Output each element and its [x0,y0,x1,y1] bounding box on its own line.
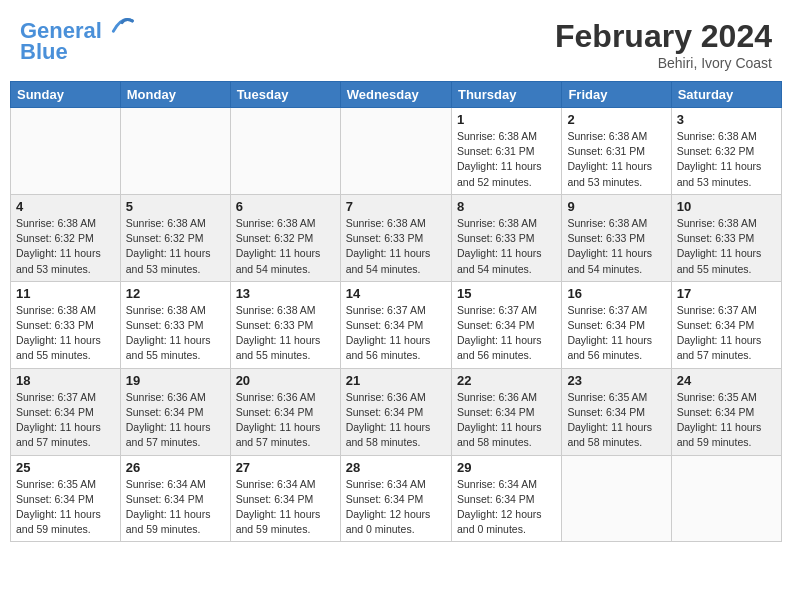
calendar-cell: 28Sunrise: 6:34 AMSunset: 6:34 PMDayligh… [340,455,451,542]
calendar-week-5: 25Sunrise: 6:35 AMSunset: 6:34 PMDayligh… [11,455,782,542]
day-number: 19 [126,373,225,388]
calendar-cell: 24Sunrise: 6:35 AMSunset: 6:34 PMDayligh… [671,368,781,455]
calendar-week-1: 1Sunrise: 6:38 AMSunset: 6:31 PMDaylight… [11,108,782,195]
calendar-cell: 25Sunrise: 6:35 AMSunset: 6:34 PMDayligh… [11,455,121,542]
calendar-cell: 23Sunrise: 6:35 AMSunset: 6:34 PMDayligh… [562,368,671,455]
calendar-cell: 12Sunrise: 6:38 AMSunset: 6:33 PMDayligh… [120,281,230,368]
day-info: Sunrise: 6:36 AMSunset: 6:34 PMDaylight:… [346,390,446,451]
calendar-cell: 3Sunrise: 6:38 AMSunset: 6:32 PMDaylight… [671,108,781,195]
calendar-cell: 4Sunrise: 6:38 AMSunset: 6:32 PMDaylight… [11,194,121,281]
weekday-header-wednesday: Wednesday [340,82,451,108]
day-info: Sunrise: 6:37 AMSunset: 6:34 PMDaylight:… [346,303,446,364]
day-number: 13 [236,286,335,301]
location: Behiri, Ivory Coast [555,55,772,71]
day-info: Sunrise: 6:38 AMSunset: 6:33 PMDaylight:… [346,216,446,277]
day-number: 29 [457,460,556,475]
day-number: 27 [236,460,335,475]
calendar-cell: 17Sunrise: 6:37 AMSunset: 6:34 PMDayligh… [671,281,781,368]
calendar-cell: 9Sunrise: 6:38 AMSunset: 6:33 PMDaylight… [562,194,671,281]
day-number: 7 [346,199,446,214]
day-number: 20 [236,373,335,388]
day-number: 24 [677,373,776,388]
calendar-cell: 14Sunrise: 6:37 AMSunset: 6:34 PMDayligh… [340,281,451,368]
day-info: Sunrise: 6:37 AMSunset: 6:34 PMDaylight:… [457,303,556,364]
calendar-cell: 29Sunrise: 6:34 AMSunset: 6:34 PMDayligh… [451,455,561,542]
day-info: Sunrise: 6:34 AMSunset: 6:34 PMDaylight:… [236,477,335,538]
day-info: Sunrise: 6:37 AMSunset: 6:34 PMDaylight:… [16,390,115,451]
day-number: 22 [457,373,556,388]
day-info: Sunrise: 6:34 AMSunset: 6:34 PMDaylight:… [346,477,446,538]
day-info: Sunrise: 6:36 AMSunset: 6:34 PMDaylight:… [126,390,225,451]
calendar-cell: 16Sunrise: 6:37 AMSunset: 6:34 PMDayligh… [562,281,671,368]
calendar-week-4: 18Sunrise: 6:37 AMSunset: 6:34 PMDayligh… [11,368,782,455]
calendar-cell: 20Sunrise: 6:36 AMSunset: 6:34 PMDayligh… [230,368,340,455]
day-info: Sunrise: 6:34 AMSunset: 6:34 PMDaylight:… [126,477,225,538]
calendar-cell: 22Sunrise: 6:36 AMSunset: 6:34 PMDayligh… [451,368,561,455]
calendar-cell: 19Sunrise: 6:36 AMSunset: 6:34 PMDayligh… [120,368,230,455]
weekday-header-tuesday: Tuesday [230,82,340,108]
calendar-cell: 18Sunrise: 6:37 AMSunset: 6:34 PMDayligh… [11,368,121,455]
day-number: 26 [126,460,225,475]
calendar-cell: 2Sunrise: 6:38 AMSunset: 6:31 PMDaylight… [562,108,671,195]
day-number: 2 [567,112,665,127]
calendar-cell [671,455,781,542]
day-number: 15 [457,286,556,301]
day-info: Sunrise: 6:36 AMSunset: 6:34 PMDaylight:… [236,390,335,451]
calendar-cell: 1Sunrise: 6:38 AMSunset: 6:31 PMDaylight… [451,108,561,195]
calendar-week-2: 4Sunrise: 6:38 AMSunset: 6:32 PMDaylight… [11,194,782,281]
day-info: Sunrise: 6:37 AMSunset: 6:34 PMDaylight:… [567,303,665,364]
day-number: 10 [677,199,776,214]
calendar-cell [120,108,230,195]
day-number: 4 [16,199,115,214]
day-info: Sunrise: 6:38 AMSunset: 6:32 PMDaylight:… [16,216,115,277]
calendar-cell: 27Sunrise: 6:34 AMSunset: 6:34 PMDayligh… [230,455,340,542]
day-number: 23 [567,373,665,388]
day-info: Sunrise: 6:35 AMSunset: 6:34 PMDaylight:… [16,477,115,538]
day-info: Sunrise: 6:38 AMSunset: 6:33 PMDaylight:… [677,216,776,277]
weekday-header-thursday: Thursday [451,82,561,108]
day-info: Sunrise: 6:37 AMSunset: 6:34 PMDaylight:… [677,303,776,364]
calendar-cell: 26Sunrise: 6:34 AMSunset: 6:34 PMDayligh… [120,455,230,542]
calendar-cell [11,108,121,195]
calendar-cell: 6Sunrise: 6:38 AMSunset: 6:32 PMDaylight… [230,194,340,281]
calendar-cell [340,108,451,195]
page-header: General Blue February 2024 Behiri, Ivory… [10,10,782,75]
day-info: Sunrise: 6:34 AMSunset: 6:34 PMDaylight:… [457,477,556,538]
day-number: 18 [16,373,115,388]
calendar-table: SundayMondayTuesdayWednesdayThursdayFrid… [10,81,782,542]
day-info: Sunrise: 6:38 AMSunset: 6:32 PMDaylight:… [677,129,776,190]
day-info: Sunrise: 6:38 AMSunset: 6:33 PMDaylight:… [457,216,556,277]
day-number: 14 [346,286,446,301]
day-number: 16 [567,286,665,301]
day-info: Sunrise: 6:38 AMSunset: 6:33 PMDaylight:… [567,216,665,277]
day-info: Sunrise: 6:35 AMSunset: 6:34 PMDaylight:… [567,390,665,451]
calendar-cell: 10Sunrise: 6:38 AMSunset: 6:33 PMDayligh… [671,194,781,281]
day-info: Sunrise: 6:38 AMSunset: 6:33 PMDaylight:… [236,303,335,364]
calendar-cell: 7Sunrise: 6:38 AMSunset: 6:33 PMDaylight… [340,194,451,281]
calendar-cell: 5Sunrise: 6:38 AMSunset: 6:32 PMDaylight… [120,194,230,281]
day-number: 3 [677,112,776,127]
calendar-week-3: 11Sunrise: 6:38 AMSunset: 6:33 PMDayligh… [11,281,782,368]
day-info: Sunrise: 6:35 AMSunset: 6:34 PMDaylight:… [677,390,776,451]
weekday-header-monday: Monday [120,82,230,108]
day-info: Sunrise: 6:38 AMSunset: 6:31 PMDaylight:… [457,129,556,190]
title-block: February 2024 Behiri, Ivory Coast [555,18,772,71]
day-number: 21 [346,373,446,388]
day-number: 8 [457,199,556,214]
calendar-cell [230,108,340,195]
day-number: 1 [457,112,556,127]
day-info: Sunrise: 6:38 AMSunset: 6:31 PMDaylight:… [567,129,665,190]
day-number: 9 [567,199,665,214]
day-info: Sunrise: 6:38 AMSunset: 6:32 PMDaylight:… [126,216,225,277]
weekday-header-row: SundayMondayTuesdayWednesdayThursdayFrid… [11,82,782,108]
calendar-cell: 21Sunrise: 6:36 AMSunset: 6:34 PMDayligh… [340,368,451,455]
calendar-cell: 8Sunrise: 6:38 AMSunset: 6:33 PMDaylight… [451,194,561,281]
weekday-header-sunday: Sunday [11,82,121,108]
day-info: Sunrise: 6:38 AMSunset: 6:33 PMDaylight:… [16,303,115,364]
calendar-cell: 15Sunrise: 6:37 AMSunset: 6:34 PMDayligh… [451,281,561,368]
weekday-header-friday: Friday [562,82,671,108]
calendar-cell: 13Sunrise: 6:38 AMSunset: 6:33 PMDayligh… [230,281,340,368]
month-year: February 2024 [555,18,772,55]
day-info: Sunrise: 6:36 AMSunset: 6:34 PMDaylight:… [457,390,556,451]
logo-icon [110,14,134,38]
